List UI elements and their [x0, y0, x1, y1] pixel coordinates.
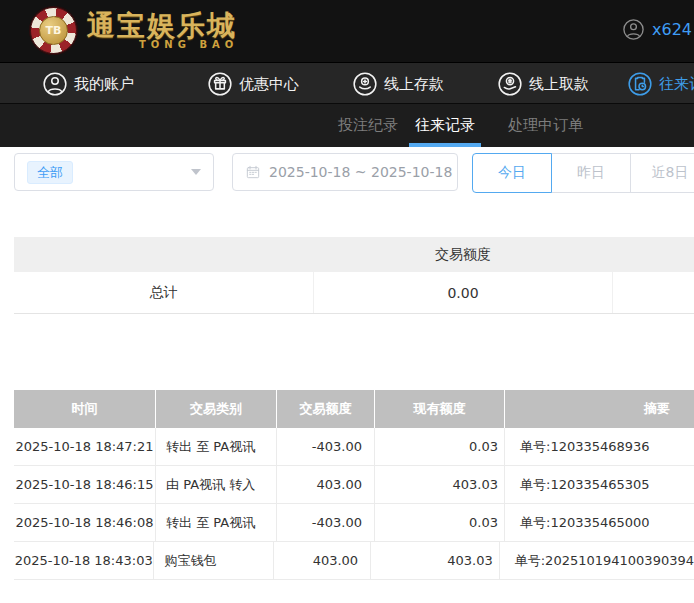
poker-chip-icon: TB	[30, 7, 77, 54]
username: x624	[652, 20, 692, 39]
gift-circle-icon	[207, 71, 233, 97]
chip-monogram: TB	[39, 16, 68, 45]
date-range-value: 2025-10-18 ~ 2025-10-18	[269, 164, 452, 180]
cell-balance: 0.03	[375, 428, 505, 465]
cell-time: 2025-10-18 18:46:08	[14, 504, 156, 541]
caret-down-icon	[191, 169, 201, 175]
user-circle-icon	[42, 71, 68, 97]
nav-item-my-account[interactable]: 我的账户	[42, 63, 134, 105]
tab-label: 投注纪录	[338, 116, 398, 135]
col-header-balance: 现有额度	[375, 390, 505, 428]
tab-label: 往来记录	[415, 116, 475, 135]
user-avatar-icon	[622, 18, 645, 41]
page: TB 通宝娱乐城 TONG BAO x624 我的账户	[0, 0, 694, 603]
withdraw-hand-coin-icon	[497, 71, 523, 97]
today-button[interactable]: 今日	[472, 153, 552, 193]
cell-memo: 单号:120335465000	[505, 504, 694, 541]
nav-label: 线上存款	[384, 75, 444, 94]
summary-header-amount: 交易额度	[313, 246, 613, 264]
clipboard-clock-icon	[627, 71, 653, 97]
cell-type: 转出 至 PA视讯	[156, 428, 277, 465]
cell-balance: 0.03	[375, 504, 505, 541]
tab-pending-orders[interactable]: 处理中订单	[502, 104, 589, 147]
records-header-row: 时间 交易类别 交易额度 现有额度 摘要	[14, 390, 694, 428]
brand-text: 通宝娱乐城 TONG BAO	[87, 11, 238, 50]
table-row: 2025-10-18 18:47:21 转出 至 PA视讯 -403.00 0.…	[14, 428, 694, 466]
cell-time: 2025-10-18 18:46:15	[14, 466, 156, 503]
selected-type-tag[interactable]: 全部	[27, 161, 73, 184]
records-table: 时间 交易类别 交易额度 现有额度 摘要 2025-10-18 18:47:21…	[14, 390, 694, 580]
cell-amount: 403.00	[274, 542, 371, 579]
brand-name-cn: 通宝娱乐城	[87, 11, 238, 41]
cell-balance: 403.03	[375, 466, 505, 503]
cell-balance: 403.03	[371, 542, 500, 579]
cell-type: 转出 至 PA视讯	[156, 504, 277, 541]
nav-label: 优惠中心	[239, 75, 299, 94]
deposit-hand-coin-icon	[352, 71, 378, 97]
col-header-time: 时间	[14, 390, 156, 428]
nav-item-deposit[interactable]: 线上存款	[352, 63, 444, 105]
date-range-picker[interactable]: 2025-10-18 ~ 2025-10-18	[232, 153, 458, 191]
table-row: 2025-10-18 18:46:15 由 PA视讯 转入 403.00 403…	[14, 466, 694, 504]
cell-type: 由 PA视讯 转入	[156, 466, 277, 503]
cell-time: 2025-10-18 18:47:21	[14, 428, 156, 465]
nav-item-promotions[interactable]: 优惠中心	[207, 63, 299, 105]
cell-amount: 403.00	[277, 466, 375, 503]
table-row: 2025-10-18 18:43:03 购宝钱包 403.00 403.03 单…	[14, 542, 694, 580]
tab-betting-records[interactable]: 投注纪录	[332, 104, 404, 147]
cell-time: 2025-10-18 18:43:03	[14, 542, 154, 579]
cell-amount: -403.00	[277, 504, 375, 541]
brand-logo[interactable]: TB 通宝娱乐城 TONG BAO	[30, 7, 238, 54]
summary-total-value: 0.00	[313, 272, 613, 313]
col-header-memo: 摘要	[505, 390, 694, 428]
table-row: 2025-10-18 18:46:08 转出 至 PA视讯 -403.00 0.…	[14, 504, 694, 542]
col-header-type: 交易类别	[156, 390, 277, 428]
tab-label: 处理中订单	[508, 116, 583, 135]
nav-item-withdraw[interactable]: 线上取款	[497, 63, 589, 105]
cell-type: 购宝钱包	[154, 542, 274, 579]
content-area: 全部 2025-10-18 ~ 2025-10-18 今日 昨日 近8日 交易额…	[0, 147, 694, 603]
nav-label: 往来记录	[659, 75, 694, 94]
cell-memo: 单号:202510194100390394	[500, 542, 694, 579]
user-account-link[interactable]: x624	[622, 18, 692, 41]
yesterday-button[interactable]: 昨日	[551, 153, 631, 193]
nav-label: 线上取款	[529, 75, 589, 94]
record-tab-bar: 投注纪录 往来记录 处理中订单	[0, 104, 694, 147]
summary-table: 交易额度 总计 0.00	[14, 237, 694, 314]
summary-header-row: 交易额度	[14, 237, 694, 272]
site-header: TB 通宝娱乐城 TONG BAO x624	[0, 0, 694, 62]
main-nav: 我的账户 优惠中心 线上存款 线上取款	[0, 62, 694, 104]
tab-transfer-records[interactable]: 往来记录	[409, 104, 481, 147]
cell-amount: -403.00	[277, 428, 375, 465]
summary-total-label: 总计	[14, 284, 313, 302]
summary-total-row: 总计 0.00	[14, 272, 694, 314]
transaction-type-select[interactable]: 全部	[14, 153, 214, 191]
cell-memo: 单号:120335465305	[505, 466, 694, 503]
last-8-days-button[interactable]: 近8日	[630, 153, 694, 193]
nav-label: 我的账户	[74, 75, 134, 94]
col-header-amount: 交易额度	[277, 390, 375, 428]
nav-item-transfer-records[interactable]: 往来记录	[627, 63, 694, 105]
cell-memo: 单号:120335468936	[505, 428, 694, 465]
brand-name-en: TONG BAO	[139, 39, 238, 50]
quick-date-button-group: 今日 昨日 近8日	[472, 153, 694, 193]
calendar-icon	[245, 164, 261, 180]
